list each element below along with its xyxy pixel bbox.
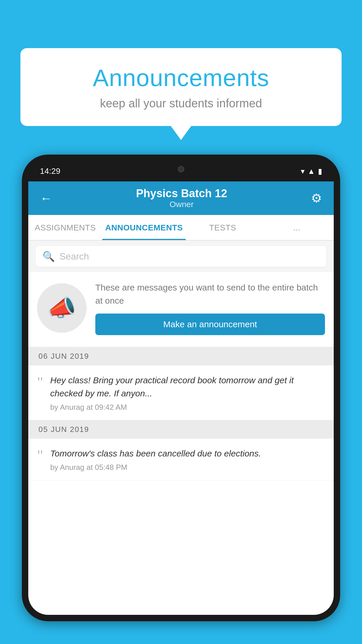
- tab-tests[interactable]: TESTS: [186, 215, 260, 240]
- status-icons: ▾ ▲ ▮: [301, 167, 322, 176]
- make-announcement-button[interactable]: Make an announcement: [95, 314, 325, 335]
- batch-title: Physics Batch 12: [136, 187, 227, 200]
- phone-screen: ← Physics Batch 12 Owner ⚙ ASSIGNMENTS A…: [28, 181, 334, 615]
- megaphone-icon: 📣: [47, 294, 76, 322]
- announcement-text-2: Tomorrow's class has been cancelled due …: [50, 447, 261, 460]
- announcement-meta-1: by Anurag at 09:42 AM: [50, 403, 325, 412]
- notch-cutout: [158, 161, 204, 177]
- promo-description: These are messages you want to send to t…: [95, 281, 325, 307]
- tabs-bar: ASSIGNMENTS ANNOUNCEMENTS TESTS ...: [28, 215, 334, 241]
- status-bar: 14:29 ▾ ▲ ▮: [28, 161, 334, 181]
- promo-block: 📣 These are messages you want to send to…: [28, 272, 334, 347]
- battery-icon: ▮: [318, 167, 322, 176]
- wifi-icon: ▾: [301, 167, 305, 176]
- search-icon: 🔍: [43, 251, 55, 262]
- promo-icon-circle: 📣: [37, 283, 87, 333]
- status-time: 14:29: [40, 167, 60, 176]
- settings-icon[interactable]: ⚙: [311, 191, 322, 205]
- search-placeholder: Search: [59, 251, 89, 262]
- search-bar[interactable]: 🔍 Search: [36, 246, 326, 267]
- app-header: ← Physics Batch 12 Owner ⚙: [28, 181, 334, 215]
- search-bar-wrap: 🔍 Search: [28, 241, 334, 272]
- date-header-1: 06 JUN 2019: [28, 347, 334, 365]
- tab-announcements[interactable]: ANNOUNCEMENTS: [102, 215, 186, 240]
- announcement-meta-2: by Anurag at 05:48 PM: [50, 463, 261, 472]
- promo-right: These are messages you want to send to t…: [95, 281, 325, 335]
- speech-bubble-container: Announcements keep all your students inf…: [20, 48, 342, 126]
- announcements-title: Announcements: [35, 64, 327, 92]
- header-title-block: Physics Batch 12 Owner: [136, 187, 227, 209]
- announcement-content-1: Hey class! Bring your practical record b…: [50, 374, 325, 412]
- batch-role: Owner: [136, 200, 227, 209]
- tab-more[interactable]: ...: [260, 215, 334, 240]
- back-button[interactable]: ←: [40, 191, 52, 205]
- announcement-content-2: Tomorrow's class has been cancelled due …: [50, 447, 261, 472]
- tab-assignments[interactable]: ASSIGNMENTS: [28, 215, 102, 240]
- quote-icon-2: ": [37, 448, 43, 463]
- quote-icon-1: ": [37, 375, 43, 390]
- phone-wrapper: 14:29 ▾ ▲ ▮ ← Physics Batch 12 Owner ⚙: [22, 155, 340, 644]
- speech-bubble: Announcements keep all your students inf…: [20, 48, 342, 126]
- announcement-item-1: " Hey class! Bring your practical record…: [28, 365, 334, 420]
- phone-outer: 14:29 ▾ ▲ ▮ ← Physics Batch 12 Owner ⚙: [22, 155, 340, 621]
- announcement-item-2: " Tomorrow's class has been cancelled du…: [28, 439, 334, 480]
- signal-icon: ▲: [307, 167, 315, 176]
- date-header-2: 05 JUN 2019: [28, 420, 334, 439]
- announcements-subtitle: keep all your students informed: [35, 97, 327, 110]
- camera-dot: [178, 166, 184, 172]
- announcement-text-1: Hey class! Bring your practical record b…: [50, 374, 325, 400]
